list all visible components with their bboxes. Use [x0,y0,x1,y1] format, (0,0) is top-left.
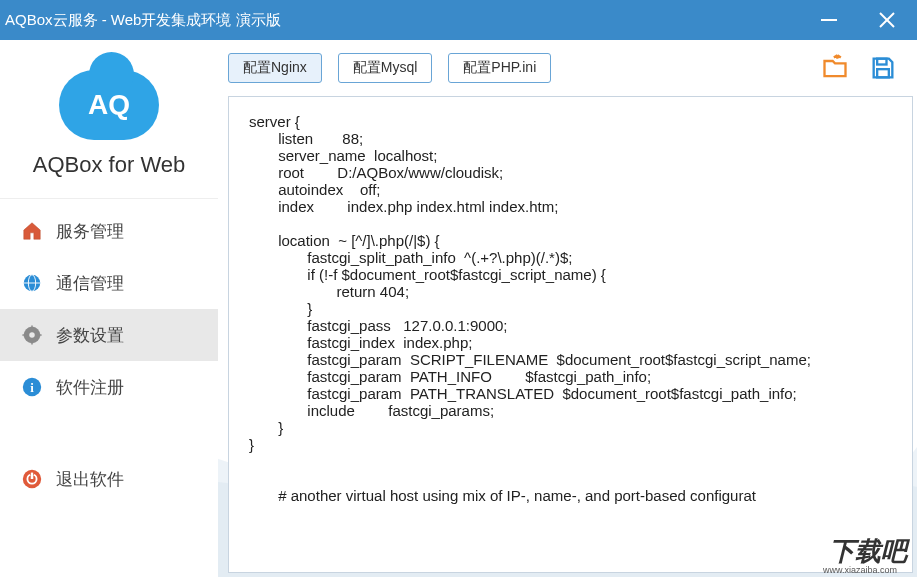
gear-icon [20,323,44,347]
config-phpini-button[interactable]: 配置PHP.ini [448,53,551,83]
sidebar: AQ AQBox for Web 服务管理 通信管理 参数设置 [0,40,218,577]
globe-icon [20,271,44,295]
window-title: AQBox云服务 - Web开发集成环境 演示版 [5,11,809,30]
config-editor[interactable]: server { listen 88; server_name localhos… [228,96,913,573]
svg-point-7 [29,332,35,338]
sidebar-item-service[interactable]: 服务管理 [0,205,218,257]
svg-rect-16 [877,69,889,77]
svg-rect-15 [877,59,886,65]
minimize-button[interactable] [809,0,849,40]
open-folder-button[interactable] [819,52,851,84]
power-icon [20,467,44,491]
watermark-text: 下载吧 [829,534,907,569]
logo-area: AQ AQBox for Web [0,40,218,199]
sidebar-item-label: 软件注册 [56,376,124,399]
sidebar-item-label: 通信管理 [56,272,124,295]
config-nginx-button[interactable]: 配置Nginx [228,53,322,83]
sidebar-item-exit[interactable]: 退出软件 [0,453,218,505]
home-icon [20,219,44,243]
brand-text: AQBox for Web [33,152,185,178]
save-button[interactable] [867,52,899,84]
sidebar-item-label: 退出软件 [56,468,124,491]
svg-text:i: i [30,381,34,395]
info-icon: i [20,375,44,399]
sidebar-item-label: 服务管理 [56,220,124,243]
watermark-url: www.xiazaiba.com [823,565,897,575]
sidebar-item-label: 参数设置 [56,324,124,347]
toolbar: 配置Nginx 配置Mysql 配置PHP.ini [218,40,917,96]
sidebar-item-settings[interactable]: 参数设置 [0,309,218,361]
sidebar-item-register[interactable]: i 软件注册 [0,361,218,413]
config-mysql-button[interactable]: 配置Mysql [338,53,433,83]
cloud-logo: AQ [59,70,159,140]
close-button[interactable] [867,0,907,40]
sidebar-item-comm[interactable]: 通信管理 [0,257,218,309]
